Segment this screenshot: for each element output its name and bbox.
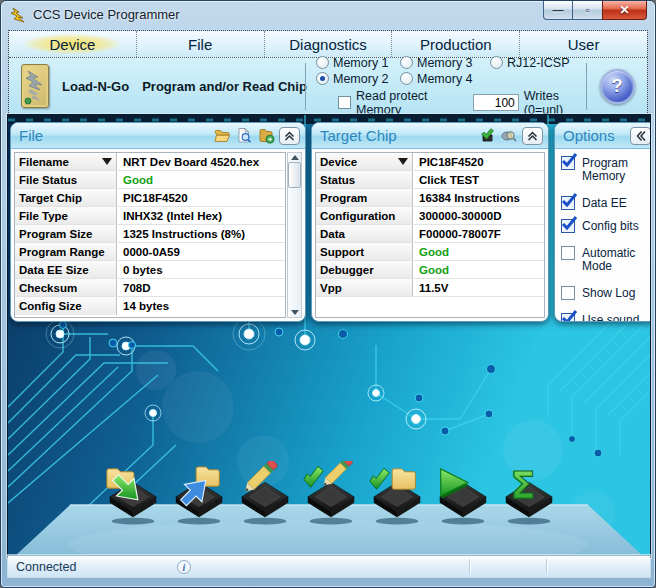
scroll-down-icon[interactable] xyxy=(291,310,299,315)
option-config-bits[interactable]: Config bits xyxy=(561,219,650,233)
maximize-button[interactable]: ▫ xyxy=(573,1,602,20)
collapse-file-panel-button[interactable] xyxy=(279,127,300,145)
app-window: CCS Device Programmer — ▫ ✕ Device File … xyxy=(0,0,656,588)
file-panel: File xyxy=(10,122,306,322)
read-protect-checkbox[interactable] xyxy=(338,96,351,109)
read-protect-label: Read protect Memory xyxy=(356,89,446,117)
tab-device[interactable]: Device xyxy=(9,31,137,57)
checkbox-icon xyxy=(561,156,575,170)
options-panel-header: Options xyxy=(555,123,650,149)
field-value: 300000-30000D xyxy=(413,210,502,222)
field-value: Click TEST xyxy=(413,174,479,186)
option-program-memory[interactable]: Program Memory xyxy=(561,156,650,183)
statusbar-divider xyxy=(546,559,547,574)
table-row[interactable]: StatusClick TEST xyxy=(316,171,544,189)
writes-label: Writes (0=unl) xyxy=(524,89,582,117)
field-value: Good xyxy=(413,246,449,258)
chip-actions-row: Σ xyxy=(103,461,559,529)
tab-bar: Device File Diagnostics Production User xyxy=(9,31,647,58)
table-row[interactable]: Config Size14 bytes xyxy=(15,297,285,315)
view-file-icon[interactable] xyxy=(235,127,253,144)
file-panel-header: File xyxy=(11,123,305,149)
target-chip-panel: Target Chip Dev xyxy=(311,122,549,322)
panels-row: File xyxy=(10,122,650,322)
table-row[interactable]: Program Size1325 Instructions (8%) xyxy=(15,225,285,243)
table-row[interactable]: Data EE Size0 bytes xyxy=(15,261,285,279)
memory-options-group: Memory 1 Memory 3 RJ12-ICSP Memory 2 Mem… xyxy=(306,53,586,120)
option-use-sound[interactable]: Use sound xyxy=(561,313,650,322)
radio-memory-2[interactable]: Memory 2 xyxy=(316,72,400,86)
erase-chip-icon[interactable] xyxy=(235,461,295,529)
collapse-options-panel-button[interactable] xyxy=(630,127,650,145)
inspect-chip-icon[interactable] xyxy=(500,127,518,144)
minimize-button[interactable]: — xyxy=(543,1,573,20)
table-row[interactable]: DevicePIC18F4520 xyxy=(316,153,544,171)
option-show-log[interactable]: Show Log xyxy=(561,286,650,300)
table-row[interactable]: File TypeINHX32 (Intel Hex) xyxy=(15,207,285,225)
load-n-go-group: Load-N-Go Program and/or Read Chip xyxy=(9,64,305,108)
table-row[interactable]: Checksum708D xyxy=(15,279,285,297)
table-row[interactable]: DataF00000-78007F xyxy=(316,225,544,243)
field-value: 11.5V xyxy=(413,282,448,294)
run-chip-icon[interactable] xyxy=(433,461,493,529)
scrollbar-thumb[interactable] xyxy=(288,162,301,188)
table-row[interactable]: Program16384 Instructions xyxy=(316,189,544,207)
import-folder-icon[interactable] xyxy=(257,127,275,144)
main-content: File xyxy=(8,115,650,557)
radio-icon xyxy=(400,56,413,69)
checkbox-icon xyxy=(561,196,575,210)
collapse-target-panel-button[interactable] xyxy=(522,127,543,145)
connection-status: Connected xyxy=(8,560,76,574)
test-chip-icon[interactable] xyxy=(478,127,496,144)
radio-rj12-icsp[interactable]: RJ12-ICSP xyxy=(490,56,582,70)
table-row[interactable]: Configuration300000-30000D xyxy=(316,207,544,225)
file-table: FilenameNRT Dev Board 4520.hex File Stat… xyxy=(14,152,286,318)
target-panel-title: Target Chip xyxy=(320,127,474,144)
radio-memory-4[interactable]: Memory 4 xyxy=(400,72,490,86)
status-bar: Connected i xyxy=(8,555,650,577)
writes-input[interactable] xyxy=(473,94,519,111)
table-row[interactable]: FilenameNRT Dev Board 4520.hex xyxy=(15,153,285,171)
write-chip-from-file-icon[interactable] xyxy=(103,461,163,529)
table-row[interactable]: Program Range0000-0A59 xyxy=(15,243,285,261)
info-icon[interactable]: i xyxy=(176,559,192,575)
scrollbar[interactable] xyxy=(287,152,302,318)
table-row[interactable]: File StatusGood xyxy=(15,171,285,189)
table-row[interactable]: SupportGood xyxy=(316,243,544,261)
read-chip-to-file-icon[interactable] xyxy=(169,461,229,529)
table-row[interactable]: Target ChipPIC18F4520 xyxy=(15,189,285,207)
field-value: 16384 Instructions xyxy=(413,192,520,204)
radio-icon xyxy=(400,72,413,85)
table-row[interactable]: Vpp11.5V xyxy=(316,279,544,297)
svg-text:i: i xyxy=(183,562,186,573)
scroll-up-icon[interactable] xyxy=(291,155,299,160)
field-value: 0 bytes xyxy=(117,264,163,276)
options-panel: Options Program Memory Data EE xyxy=(554,122,650,322)
tab-production[interactable]: Production xyxy=(392,31,520,57)
tab-user[interactable]: User xyxy=(520,31,647,57)
dropdown-icon[interactable] xyxy=(102,158,112,165)
tab-file[interactable]: File xyxy=(137,31,265,57)
blank-check-chip-icon[interactable] xyxy=(301,461,361,529)
chevron-left-icon xyxy=(635,130,647,142)
radio-memory-3[interactable]: Memory 3 xyxy=(400,56,490,70)
help-button[interactable]: ? xyxy=(600,69,635,104)
checksum-chip-icon[interactable]: Σ xyxy=(499,461,559,529)
option-automatic-mode[interactable]: Automatic Mode xyxy=(561,246,650,273)
options-panel-title: Options xyxy=(563,127,626,144)
verify-chip-icon[interactable] xyxy=(367,461,427,529)
field-value: PIC18F4520 xyxy=(117,192,188,204)
action-label: Program and/or Read Chip xyxy=(142,79,307,94)
option-data-ee[interactable]: Data EE xyxy=(561,196,650,210)
ribbon-block: Device File Diagnostics Production User … xyxy=(8,30,648,115)
open-folder-icon[interactable] xyxy=(213,127,231,144)
chevron-up-icon xyxy=(526,130,539,142)
table-row[interactable]: DebuggerGood xyxy=(316,261,544,279)
chevron-up-icon xyxy=(283,130,296,142)
tab-diagnostics[interactable]: Diagnostics xyxy=(265,31,393,57)
radio-memory-1[interactable]: Memory 1 xyxy=(316,56,400,70)
load-n-go-label: Load-N-Go xyxy=(62,79,129,94)
close-button[interactable]: ✕ xyxy=(602,1,647,20)
dropdown-icon[interactable] xyxy=(398,158,408,165)
toolbar: Load-N-Go Program and/or Read Chip Memor… xyxy=(9,58,647,114)
